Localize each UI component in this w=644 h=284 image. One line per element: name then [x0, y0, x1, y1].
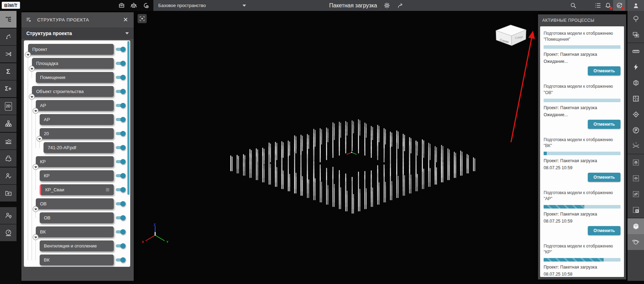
- visibility-toggle[interactable]: [116, 76, 125, 79]
- tree-item[interactable]: КР: [36, 156, 114, 167]
- tree-item[interactable]: ОВ: [36, 198, 114, 209]
- tool-selection-sets[interactable]: [628, 27, 644, 42]
- tool-sum[interactable]: Σ: [0, 63, 16, 80]
- tree-expander[interactable]: [29, 94, 35, 100]
- account-button[interactable]: [628, 0, 644, 11]
- gear-icon: [383, 2, 391, 9]
- process-title: Подготовка модели к отображению "АР": [544, 190, 620, 202]
- visibility-toggle[interactable]: [116, 160, 125, 163]
- app-logo[interactable]: BiMiT: [2, 2, 20, 9]
- tool-hide[interactable]: [628, 186, 644, 202]
- tool-hierarchy[interactable]: [0, 115, 16, 132]
- tree-item[interactable]: ВК: [36, 226, 114, 237]
- tool-project-structure[interactable]: [0, 11, 16, 28]
- tree-guide-line: [35, 170, 36, 190]
- tree-item[interactable]: ВК: [40, 255, 114, 265]
- tool-links[interactable]: [0, 46, 16, 62]
- app-logo-text: BiMiT: [4, 3, 18, 8]
- tree-item-label: КР_Сваи: [45, 187, 64, 192]
- tree-expander[interactable]: [33, 164, 39, 170]
- visibility-toggle[interactable]: [116, 202, 125, 205]
- cancel-process-button[interactable]: Отменить: [588, 66, 620, 75]
- tool-user-approvals[interactable]: [0, 167, 16, 184]
- tool-flag-marker[interactable]: [628, 122, 644, 138]
- tree-item[interactable]: АР: [36, 100, 114, 111]
- tool-section-axes[interactable]: 1 2: [628, 138, 644, 154]
- tool-vegetation[interactable]: [628, 11, 644, 27]
- projects-button[interactable]: [118, 2, 125, 9]
- visibility-toggle[interactable]: [116, 118, 125, 121]
- visibility-toggle[interactable]: [116, 62, 125, 65]
- page-title: Пакетная загрузка: [329, 2, 377, 9]
- cancel-process-button[interactable]: Отменить: [588, 120, 620, 129]
- tree-expander[interactable]: [29, 66, 35, 72]
- tool-show[interactable]: [628, 170, 644, 186]
- tool-focus-target[interactable]: [628, 106, 644, 122]
- notifications-button[interactable]: [603, 0, 613, 11]
- visibility-toggle[interactable]: [116, 104, 125, 107]
- visibility-toggle[interactable]: [116, 258, 125, 262]
- fit-view-button[interactable]: [138, 14, 147, 23]
- tool-file-transfer[interactable]: [0, 185, 16, 202]
- teams-button[interactable]: [130, 2, 138, 9]
- tool-floor-plan[interactable]: [628, 91, 644, 106]
- history-button[interactable]: [142, 2, 150, 9]
- visibility-toggle[interactable]: [116, 174, 125, 177]
- tree-expander[interactable]: [33, 108, 39, 114]
- gauge-icon: [5, 229, 12, 237]
- tree-item[interactable]: 741-20-АР.pdf: [44, 142, 114, 153]
- visibility-toggle[interactable]: [116, 244, 125, 247]
- tool-2d-sheets[interactable]: 2D: [0, 98, 16, 115]
- process-status: 08.07.25 10:59: [544, 165, 620, 170]
- navigation-cube[interactable]: Слева Сзади: [495, 24, 527, 46]
- search-button[interactable]: [568, 0, 579, 11]
- tool-measure[interactable]: [628, 43, 644, 59]
- visibility-toggle[interactable]: [116, 188, 125, 191]
- tree-item[interactable]: АР: [40, 114, 114, 125]
- active-processes-button[interactable]: 10: [613, 0, 625, 11]
- tree-item[interactable]: КР_Сваи: [40, 184, 114, 195]
- tree-expander[interactable]: [33, 206, 39, 212]
- tree-item[interactable]: Площадка: [32, 58, 114, 69]
- structure-view-selector[interactable]: Структура проекта: [21, 27, 134, 39]
- share-button[interactable]: [397, 2, 405, 9]
- tool-user-location[interactable]: [0, 207, 16, 224]
- visibility-toggle[interactable]: [116, 216, 125, 219]
- tool-analytics[interactable]: [0, 133, 16, 150]
- tree-expander[interactable]: [33, 234, 39, 240]
- tree-item[interactable]: Вентиляция и отопление: [40, 240, 114, 251]
- visibility-toggle[interactable]: [116, 146, 125, 149]
- tool-clash[interactable]: [628, 59, 644, 75]
- tool-isolate[interactable]: [628, 154, 644, 170]
- tool-graph[interactable]: [0, 28, 16, 45]
- process-title: Подготовка модели к отображению "ВК": [544, 137, 620, 149]
- tree-expander[interactable]: [36, 136, 42, 142]
- tree-item[interactable]: Проект: [28, 44, 114, 55]
- project-settings-button[interactable]: [383, 2, 391, 9]
- cancel-process-button[interactable]: Отменить: [588, 226, 620, 235]
- tool-sum-add[interactable]: Σ+: [0, 80, 16, 97]
- visibility-toggle[interactable]: [116, 132, 125, 135]
- cancel-process-button[interactable]: Отменить: [588, 173, 620, 182]
- visibility-toggle[interactable]: [116, 230, 125, 233]
- tool-section-box[interactable]: [628, 75, 644, 91]
- tool-view-cube-toggle[interactable]: [628, 218, 644, 234]
- tree-scrollbar[interactable]: [127, 41, 130, 195]
- task-list-button[interactable]: [592, 0, 603, 11]
- panel-filter-icon[interactable]: [26, 16, 32, 23]
- workspace-selector[interactable]: Базовое пространство: [155, 0, 249, 11]
- tool-plugins[interactable]: [0, 150, 16, 167]
- tree-row: КР: [24, 156, 130, 167]
- tree-expander[interactable]: [25, 52, 31, 58]
- tool-orbit-toggle[interactable]: [628, 234, 644, 250]
- tool-dashboard[interactable]: [0, 224, 16, 241]
- tool-clear-selection[interactable]: [628, 202, 644, 218]
- visibility-toggle[interactable]: [116, 48, 125, 51]
- close-panel-button[interactable]: ✕: [122, 16, 130, 24]
- tree-item[interactable]: Объект строительства: [32, 86, 114, 97]
- tree-item[interactable]: Помещения: [36, 72, 114, 83]
- tree-item[interactable]: ОВ: [40, 212, 114, 223]
- visibility-toggle[interactable]: [116, 90, 125, 93]
- tree-item[interactable]: КР: [40, 170, 114, 181]
- tree-item[interactable]: 20: [40, 128, 114, 139]
